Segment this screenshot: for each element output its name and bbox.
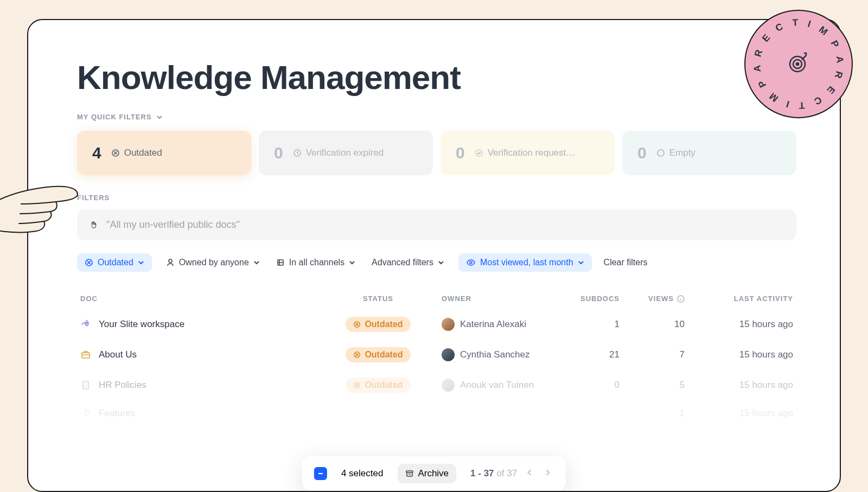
avatar — [442, 348, 455, 361]
quick-filters-row: 4 Outdated 0 Verification expired 0 — [77, 131, 796, 175]
channel-icon — [276, 258, 285, 267]
selection-count: 4 selected — [341, 468, 384, 479]
clear-filters-link[interactable]: Clear filters — [604, 258, 648, 267]
cell-owner: Anouk van Tuinen — [430, 379, 554, 392]
cell-last: 15 hours ago — [685, 408, 793, 419]
filter-chips-row: Outdated Owned by anyone In all channels… — [77, 253, 796, 272]
chevron-down-icon — [156, 114, 163, 120]
th-owner: OWNER — [430, 295, 554, 303]
status-badge: Outdated — [346, 317, 410, 332]
outdated-icon — [111, 149, 120, 157]
avatar — [442, 379, 455, 392]
filter-chip-owner[interactable]: Owned by anyone — [164, 253, 262, 272]
office-icon — [80, 380, 91, 391]
table-row[interactable]: About Us Outdated Cynthia Sanchez 21 7 1… — [77, 340, 796, 370]
outdated-icon — [85, 258, 93, 267]
cell-views: 10 — [620, 319, 685, 330]
info-icon[interactable] — [677, 295, 685, 303]
cell-owner: Katerina Alexaki — [430, 318, 554, 331]
quick-filter-verification-requested[interactable]: 0 Verification request… — [441, 131, 615, 175]
cell-doc: Your Slite workspace — [80, 319, 327, 330]
cell-doc: About Us — [80, 349, 327, 360]
svg-rect-11 — [82, 353, 90, 358]
svg-point-3 — [658, 150, 664, 156]
empty-icon — [656, 149, 665, 157]
quick-filter-count: 0 — [456, 144, 465, 162]
quick-filter-count: 0 — [637, 144, 647, 162]
cell-owner: Cynthia Sanchez — [430, 348, 554, 361]
table-header: DOC STATUS OWNER SUBDOCS VIEWS LAST ACTI… — [77, 288, 796, 309]
cell-subdocs: 1 — [554, 319, 620, 330]
pager-prev-button[interactable] — [524, 466, 535, 481]
app-window: Knowledge Management MY QUICK FILTERS 4 … — [27, 19, 841, 492]
doc-title: About Us — [99, 349, 137, 360]
verify-request-icon — [475, 149, 483, 157]
svg-point-7 — [470, 261, 472, 264]
pointing-hand-illustration — [0, 179, 81, 250]
chevron-down-icon — [138, 259, 144, 266]
doc-title: Features — [99, 408, 135, 419]
bulk-action-bar: 4 selected Archive 1 - 37 of 37 — [302, 456, 566, 491]
cell-status: Outdated — [327, 317, 430, 332]
quick-filter-outdated[interactable]: 4 Outdated — [77, 131, 251, 175]
cell-status: Outdated — [327, 347, 430, 362]
hand-raise-icon — [89, 220, 99, 230]
filters-section-label: FILTERS — [77, 194, 796, 202]
pager: 1 - 37 of 37 — [470, 466, 554, 481]
cell-views: 5 — [620, 380, 685, 391]
archive-icon — [405, 469, 413, 478]
th-last: LAST ACTIVITY — [685, 295, 793, 303]
table-row[interactable]: Features 1 15 hours ago — [77, 400, 796, 426]
direct-impact-stamp: · D I R E C T I M P A C T · D I R E C T … — [744, 10, 853, 118]
building-icon — [80, 349, 91, 360]
cell-last: 15 hours ago — [685, 349, 793, 360]
doc-title: HR Policies — [99, 380, 146, 391]
filter-placeholder: "All my un-verified public docs" — [106, 219, 240, 231]
filter-chip-advanced[interactable]: Advanced filters — [369, 253, 446, 272]
chevron-down-icon — [578, 259, 584, 266]
doc-title: Your Slite workspace — [99, 319, 184, 330]
quick-filter-label: Verification expired — [293, 148, 384, 158]
filter-chip-outdated[interactable]: Outdated — [77, 253, 152, 272]
table-row[interactable]: Your Slite workspace Outdated Katerina A… — [77, 309, 796, 340]
th-views: VIEWS — [620, 295, 685, 303]
status-badge: Outdated — [346, 347, 410, 362]
filter-search-input[interactable]: "All my un-verified public docs" — [77, 209, 796, 240]
table-row[interactable]: HR Policies Outdated Anouk van Tuinen 0 … — [77, 370, 796, 400]
chevron-down-icon — [253, 259, 260, 266]
quick-filter-verification-expired[interactable]: 0 Verification expired — [259, 131, 433, 175]
svg-rect-15 — [406, 471, 412, 472]
outdated-icon — [353, 381, 361, 389]
filter-chip-sort[interactable]: Most viewed, last month — [458, 253, 592, 272]
quick-filter-count: 4 — [92, 144, 101, 162]
quick-filters-label: MY QUICK FILTERS — [77, 113, 152, 121]
th-status: STATUS — [327, 295, 430, 303]
eye-icon — [466, 258, 476, 267]
pager-next-button[interactable] — [542, 466, 554, 481]
cell-views: 1 — [620, 408, 685, 419]
quick-filter-count: 0 — [274, 144, 283, 162]
cell-status: Outdated — [327, 378, 430, 393]
page-title: Knowledge Management — [77, 58, 796, 97]
selection-indicator-icon[interactable] — [314, 467, 327, 480]
clock-icon — [293, 149, 302, 157]
cell-subdocs: 21 — [554, 349, 620, 360]
cell-last: 15 hours ago — [685, 380, 793, 391]
th-subdocs: SUBDOCS — [554, 295, 620, 303]
svg-text:· D I R E C T  I M P A C T: · D I R E C T I M P A C T — [745, 11, 846, 66]
quick-filter-label: Outdated — [111, 148, 162, 158]
user-icon — [166, 258, 175, 267]
svg-point-5 — [169, 259, 172, 263]
chevron-down-icon — [438, 259, 444, 266]
cell-views: 7 — [620, 349, 685, 360]
rocket-icon — [80, 319, 91, 330]
avatar — [442, 318, 455, 331]
quick-filters-toggle[interactable]: MY QUICK FILTERS — [77, 113, 796, 121]
flame-icon — [80, 408, 91, 419]
filter-chip-channels[interactable]: In all channels — [274, 253, 358, 272]
status-badge: Outdated — [346, 378, 410, 393]
archive-button[interactable]: Archive — [397, 464, 456, 483]
quick-filter-empty[interactable]: 0 Empty — [622, 131, 796, 175]
th-doc: DOC — [80, 295, 327, 303]
cell-last: 15 hours ago — [685, 319, 793, 330]
